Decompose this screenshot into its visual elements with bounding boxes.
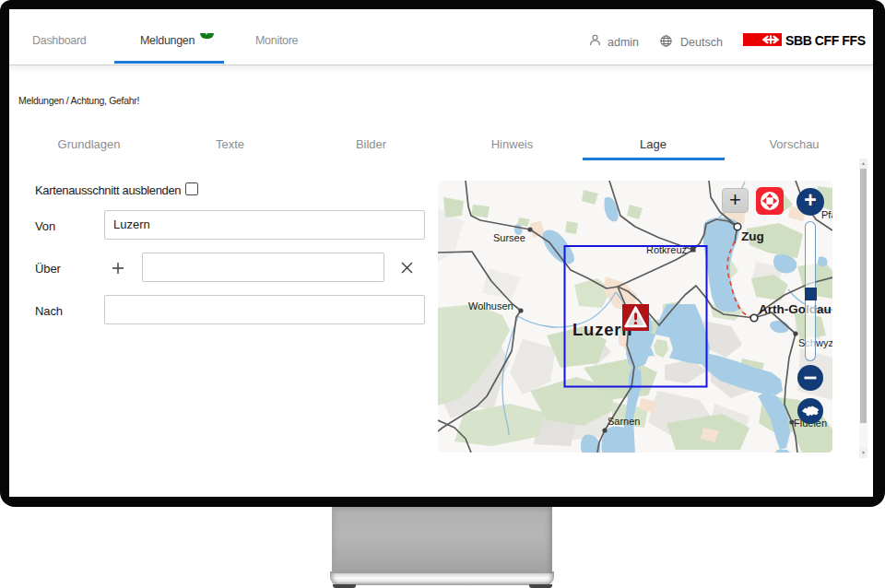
svg-text:Zug: Zug (741, 229, 764, 243)
svg-text:Sarnen: Sarnen (608, 416, 640, 427)
svg-text:Wolhusen: Wolhusen (468, 300, 513, 312)
svg-text:Pfä: Pfä (821, 209, 832, 220)
svg-text:Sursee: Sursee (493, 232, 525, 243)
svg-text:Arth-Goldau: Arth-Goldau (759, 302, 832, 316)
